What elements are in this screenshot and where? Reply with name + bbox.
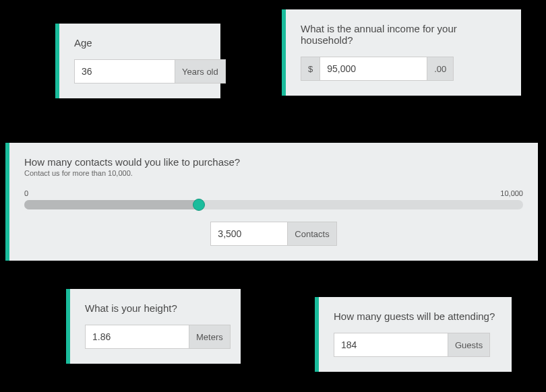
slider-max-label: 10,000 [500,189,523,197]
guests-input-group: Guests [334,333,497,357]
slider-fill [24,200,199,209]
card-age: Age Years old [55,24,220,98]
contacts-input[interactable] [210,222,288,246]
slider-range-labels: 0 10,000 [24,189,523,197]
height-input-group: Meters [85,325,226,349]
guests-unit-addon: Guests [448,333,490,357]
income-input-group: $ .00 [301,57,506,81]
age-label: Age [74,37,206,48]
age-input-group: Years old [74,59,206,84]
guests-input[interactable] [334,333,448,357]
height-input[interactable] [85,325,189,349]
age-input[interactable] [74,59,175,84]
card-contacts: How many contacts would you like to purc… [5,143,538,261]
card-height: What is your height? Meters [66,289,241,364]
guests-label: How many guests will be attending? [334,311,497,322]
slider-thumb[interactable] [193,199,205,211]
height-unit-addon: Meters [189,325,231,349]
contacts-slider[interactable] [24,200,523,209]
income-decimal-addon: .00 [427,57,454,81]
contacts-input-group: Contacts [210,222,336,246]
income-input[interactable] [320,57,427,81]
contacts-label: How many contacts would you like to purc… [24,156,523,168]
contacts-unit-addon: Contacts [288,222,336,246]
contacts-sublabel: Contact us for more than 10,000. [24,169,523,177]
slider-min-label: 0 [24,189,28,197]
income-label: What is the annual income for your house… [301,23,506,46]
income-currency-addon: $ [301,57,320,81]
card-income: What is the annual income for your house… [282,9,521,96]
age-unit-addon: Years old [175,59,226,84]
height-label: What is your height? [85,302,226,314]
card-guests: How many guests will be attending? Guest… [315,297,512,372]
